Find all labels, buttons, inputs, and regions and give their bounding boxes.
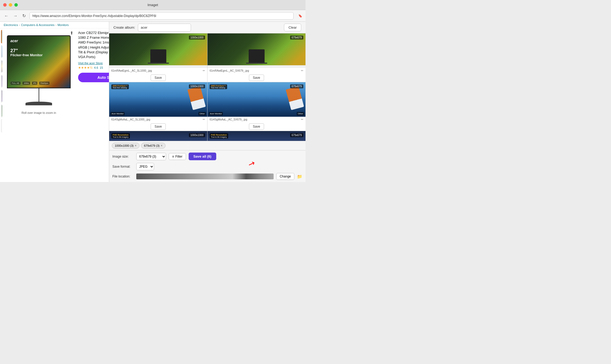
amazon-area: Electronics › Computers & Accessories › … xyxy=(0,22,109,182)
imaget-panel: Create album: Clear 1000x1000 61mRAwiEgm… xyxy=(109,22,306,182)
share-button[interactable]: ⬆ xyxy=(70,31,73,36)
rating-value: 4.6 xyxy=(94,66,98,69)
edit-icon-2[interactable]: ✏ xyxy=(301,69,303,72)
fhd-badge-2: FHD Resolution True to life imagery xyxy=(210,133,228,138)
filter-icon: ≡ xyxy=(172,155,174,158)
save-button-3[interactable]: Save xyxy=(151,123,166,130)
filename-3: 61i4SgMsAaL._AC_SL1000_.jpg xyxy=(111,118,201,121)
monitor-subtitle: Flicker-free Monitor xyxy=(10,53,43,57)
amd-freesync-badge-2: AMD FreeSync™ Tear-free viewing xyxy=(210,84,227,89)
bottom-bar: Image size: 679x679 (3) 1000x1000 (3) Al… xyxy=(109,150,306,182)
save-format-select[interactable]: JPEG PNG WebP xyxy=(136,163,154,170)
tag-679: 679x679 (3) × xyxy=(141,143,166,149)
filter-label: Filter xyxy=(175,155,183,158)
tag-679-label: 679x679 (3) xyxy=(144,144,160,147)
maximize-button[interactable] xyxy=(14,3,18,7)
album-input[interactable] xyxy=(138,24,191,32)
size-badge-4: 679x679 xyxy=(290,84,303,88)
image-size-label: Image size: xyxy=(112,155,134,158)
monitor-badges-row: FULL HD 100Hz IPS FreeSync xyxy=(10,81,50,85)
bottom-row-2: Save format: JPEG PNG WebP xyxy=(112,163,302,170)
thumbnail-column: 360° xyxy=(0,28,2,182)
titlebar: Imaget xyxy=(0,0,306,10)
size-badge-5: 1000x1000 xyxy=(189,133,205,137)
cell-footer-2: 61mRAwiEgmL._AC_SX679_.jpg ✏ xyxy=(207,68,306,73)
product-info: Acer CB272 Ebmiprx 27" F 1920 x 1080 Z F… xyxy=(75,28,109,182)
imaget-header: Create album: Clear xyxy=(109,22,306,33)
titlebar-buttons xyxy=(3,3,18,7)
image-preview-2: 679x679 xyxy=(207,33,306,68)
hz-badge: 100Hz xyxy=(22,81,30,85)
ips-badge: IPS xyxy=(32,81,37,85)
filter-button[interactable]: ≡ Filter xyxy=(169,153,186,160)
breadcrumb: Electronics › Computers & Accessories › … xyxy=(0,22,109,28)
close-button[interactable] xyxy=(3,3,7,7)
image-cell-5: FHD Resolution True to life imagery 1080… xyxy=(109,131,207,141)
rating-row: ★★★★½ 4.6 15 xyxy=(78,66,109,70)
breadcrumb-electronics[interactable]: Electronics xyxy=(4,23,18,27)
save-button-2[interactable]: Save xyxy=(249,75,264,81)
image-size-select[interactable]: 679x679 (3) 1000x1000 (3) All xyxy=(136,153,166,160)
edit-icon-1[interactable]: ✏ xyxy=(203,69,205,72)
breadcrumb-sep-2: › xyxy=(56,24,56,27)
fullhd-badge: FULL HD xyxy=(10,81,21,85)
tag-1000-label: 1000x1000 (3) xyxy=(115,144,134,147)
filename-2: 61mRAwiEgmL._AC_SX679_.jpg xyxy=(210,69,299,72)
image-cell-4: AMD FreeSync™ Tear-free viewing Acer Mon… xyxy=(207,82,306,131)
product-area: 360° ⬆ acer 27" Flicker-free Monitor FUL… xyxy=(0,28,109,182)
monitor-display-image: acer 27" Flicker-free Monitor FULL HD 10… xyxy=(7,35,71,88)
save-all-button[interactable]: Save all (6) xyxy=(189,153,216,160)
tag-679-close[interactable]: × xyxy=(161,144,163,148)
change-button[interactable]: Change xyxy=(276,173,294,180)
rating-count: 15 xyxy=(100,66,103,69)
image-grid: 1000x1000 61mRAwiEgmL._AC_SL1000_.jpg ✏ … xyxy=(109,33,306,141)
monitor-size-text: 27" xyxy=(10,48,43,53)
browser-bar: ← → ↻ https://www.amazon.com/Ebmiprx-Mon… xyxy=(0,10,306,22)
star-rating: ★★★★½ xyxy=(78,66,92,70)
file-location-bar xyxy=(136,174,274,179)
monitor-stand xyxy=(39,88,39,102)
store-link[interactable]: Visit the acer Store xyxy=(78,62,109,65)
image-cell-6: FHD Resolution True to life imagery 1080… xyxy=(207,131,306,141)
product-title: Acer CB272 Ebmiprx 27" F 1920 x 1080 Z F… xyxy=(78,31,109,59)
edit-icon-3[interactable]: ✏ xyxy=(203,118,205,121)
save-button-4[interactable]: Save xyxy=(249,123,264,130)
fhd-badge-1: FHD Resolution True to life imagery xyxy=(111,133,130,138)
edit-icon-4[interactable]: ✏ xyxy=(301,118,303,121)
bookmark-icon[interactable]: 🔖 xyxy=(298,14,302,18)
size-badge-3: 1000x1000 xyxy=(189,84,205,88)
arrow-container: ↗ Image size: 679x679 (3) 1000x1000 (3) … xyxy=(109,150,306,182)
tag-1000-close[interactable]: × xyxy=(135,144,137,148)
forward-button[interactable]: → xyxy=(12,12,19,19)
save-format-label: Save format: xyxy=(112,165,134,168)
tag-1000: 1000x1000 (3) × xyxy=(112,143,139,149)
file-location-label: File location: xyxy=(112,175,134,178)
clear-button[interactable]: Clear xyxy=(284,24,301,31)
image-preview-1: 1000x1000 xyxy=(109,33,207,68)
breadcrumb-computers[interactable]: Computers & Accessories xyxy=(21,23,54,27)
image-preview-6: FHD Resolution True to life imagery 1080… xyxy=(207,131,306,141)
breadcrumb-monitors[interactable]: Monitors xyxy=(57,23,69,27)
app-title: Imaget xyxy=(147,3,158,7)
url-bar[interactable]: https://www.amazon.com/Ebmiprx-Monitor-F… xyxy=(29,12,294,20)
save-button-1[interactable]: Save xyxy=(151,75,166,81)
minimize-button[interactable] xyxy=(9,3,12,7)
breadcrumb-sep-1: › xyxy=(19,24,20,27)
monitor-base xyxy=(26,102,52,105)
folder-icon-button[interactable]: 📁 xyxy=(297,174,302,179)
bottom-row-3: File location: Change 📁 xyxy=(112,173,302,180)
back-button[interactable]: ← xyxy=(3,12,10,19)
refresh-button[interactable]: ↻ xyxy=(21,12,27,19)
monitor-overlay-text: acer 27" Flicker-free Monitor xyxy=(10,39,43,57)
create-album-label: Create album: xyxy=(113,25,135,29)
roll-over-label: Roll over image to zoom in xyxy=(22,111,56,114)
size-badge-1: 1000x1000 xyxy=(189,36,205,40)
monitor-brand: acer xyxy=(10,39,43,43)
image-preview-3: AMD FreeSync™ Tear-free viewing Acer Mon… xyxy=(109,82,207,117)
amd-freesync-badge-1: AMD FreeSync™ Tear-free viewing xyxy=(111,84,129,89)
freesync-badge: FreeSync xyxy=(39,81,50,85)
cell-footer-4: 61i4SgMsAaL._AC_SX679_.jpg ✏ xyxy=(207,117,306,122)
image-cell-3: AMD FreeSync™ Tear-free viewing Acer Mon… xyxy=(109,82,207,131)
filename-4: 61i4SgMsAaL._AC_SX679_.jpg xyxy=(210,118,299,121)
auto-scroll-button[interactable]: Auto Scroll xyxy=(78,73,109,82)
